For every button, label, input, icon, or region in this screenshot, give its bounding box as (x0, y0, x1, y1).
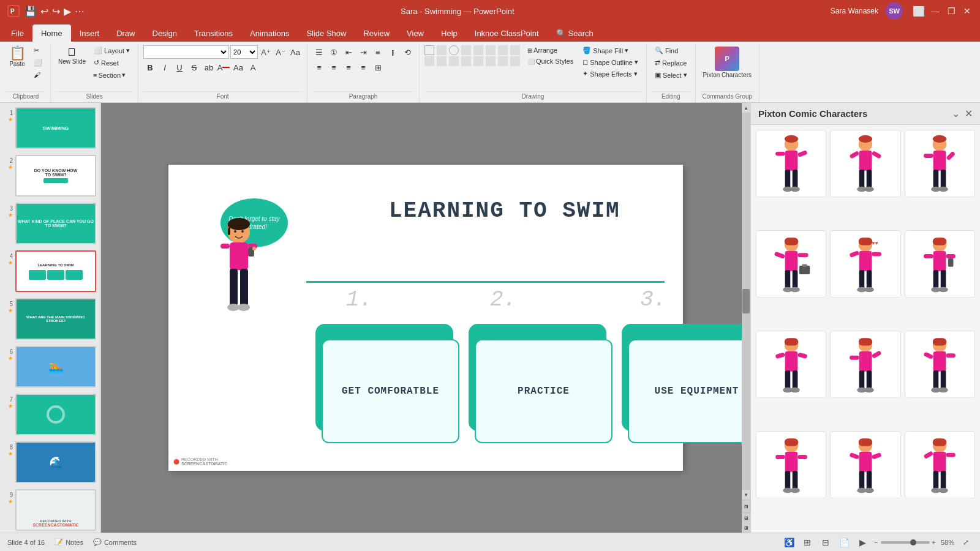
tab-search[interactable]: 🔍 Search (548, 24, 602, 42)
quick-styles-button[interactable]: ⬜ Quick Styles (525, 56, 576, 66)
underline-button[interactable]: U (173, 61, 186, 74)
tab-help[interactable]: Help (432, 24, 466, 42)
grow-font-button[interactable]: A⁺ (259, 45, 273, 59)
font-size-select[interactable]: 20 (230, 45, 258, 59)
slide-thumb-5[interactable]: 5 ★ WHAT ARE THE MAIN SWIMMING STROKES? (3, 297, 97, 341)
zoom-in-icon[interactable]: + (932, 539, 936, 546)
format-painter-button[interactable]: 🖌 (31, 70, 45, 80)
tab-design[interactable]: Design (144, 24, 186, 42)
pixton-button[interactable]: P Pixton Characters (701, 45, 754, 80)
strikethrough-button[interactable]: S (187, 61, 201, 74)
pixton-char-9[interactable] (905, 331, 975, 398)
decrease-indent-button[interactable]: ⇤ (342, 45, 355, 59)
tab-view[interactable]: View (398, 24, 432, 42)
undo-icon[interactable]: ↩ (40, 6, 48, 17)
slide-thumb-7[interactable]: 7 ★ (3, 392, 97, 437)
copy-button[interactable]: ⬜ (31, 58, 45, 68)
normal-view-button[interactable]: ⊞ (801, 536, 814, 549)
shrink-font-button[interactable]: A⁻ (274, 45, 287, 59)
shape-5[interactable] (461, 56, 471, 66)
italic-button[interactable]: I (158, 61, 172, 74)
tab-home[interactable]: Home (32, 24, 71, 42)
maximize-button[interactable]: ❐ (946, 6, 957, 17)
tab-transitions[interactable]: Transitions (186, 24, 241, 42)
window-icon[interactable]: ⬜ (913, 6, 925, 17)
cut-button[interactable]: ✂ (31, 45, 45, 56)
layout-button[interactable]: ⬜ Layout ▾ (91, 45, 133, 56)
shape-9[interactable] (510, 56, 520, 66)
zoom-slider[interactable] (881, 541, 930, 544)
tab-review[interactable]: Review (355, 24, 398, 42)
reading-view-button[interactable]: 📄 (837, 536, 851, 549)
minimize-button[interactable]: — (930, 6, 941, 17)
scroll-extra-1[interactable]: ⊟ (742, 513, 750, 523)
paste-button[interactable]: 📋 Paste (6, 45, 28, 69)
text-direction-button[interactable]: ⟲ (401, 45, 414, 59)
shape-more[interactable] (510, 45, 520, 55)
shape-3[interactable] (437, 56, 447, 66)
tab-draw[interactable]: Draw (108, 24, 143, 42)
shape-outline-button[interactable]: ◻ Shape Outline ▾ (579, 57, 641, 67)
tab-insert[interactable]: Insert (71, 24, 108, 42)
highlight-button[interactable]: Aa (232, 61, 245, 74)
slide-thumb-6[interactable]: 6 ★ 🏊 (3, 345, 97, 389)
pixton-char-12[interactable] (905, 431, 975, 498)
shape-arrow[interactable] (473, 45, 483, 55)
zoom-out-icon[interactable]: − (874, 539, 878, 546)
new-slide-button[interactable]: 🗌 New Slide (56, 45, 88, 66)
change-case-button[interactable]: Aa (288, 45, 302, 59)
shadow-button[interactable]: ab (202, 61, 216, 74)
user-avatar[interactable]: SW (886, 2, 903, 20)
align-left-button[interactable]: ≡ (312, 61, 326, 74)
increase-indent-button[interactable]: ⇥ (356, 45, 370, 59)
shape-star[interactable] (486, 45, 496, 55)
reset-button[interactable]: ↺ Reset (91, 58, 133, 68)
pixton-char-7[interactable] (756, 331, 826, 398)
tab-inknoe[interactable]: Inknoe ClassPoint (466, 24, 548, 42)
shape-8[interactable] (498, 56, 508, 66)
bullets-button[interactable]: ☰ (312, 45, 326, 59)
pixton-char-10[interactable] (756, 431, 826, 498)
slide-thumb-2[interactable]: 2 ★ DO YOU KNOW HOWTO SWIM? (3, 154, 97, 198)
shape-rect[interactable] (424, 45, 434, 55)
replace-button[interactable]: ⇄ Replace (652, 58, 690, 68)
canvas-scrollbar-right[interactable]: ▲ ▼ ⊡ ⊟ ⊞ (742, 103, 750, 533)
accessibility-button[interactable]: ♿ (782, 536, 796, 549)
more-icon[interactable]: ⋯ (75, 6, 85, 17)
tab-slideshow[interactable]: Slide Show (298, 24, 355, 42)
scroll-down-button[interactable]: ▼ (742, 490, 750, 500)
pixton-char-3[interactable] (905, 130, 975, 197)
font-color-button[interactable]: A (217, 61, 230, 74)
select-button[interactable]: ▣ Select ▾ (652, 70, 690, 80)
smart-art-button[interactable]: ⊞ (371, 61, 385, 74)
shape-6[interactable] (473, 56, 483, 66)
redo-icon[interactable]: ↪ (52, 6, 60, 17)
save-icon[interactable]: 💾 (24, 6, 37, 17)
slide-sorter-button[interactable]: ⊟ (819, 536, 832, 549)
pixton-dropdown-button[interactable]: ⌄ (952, 108, 960, 119)
slide-thumb-4[interactable]: 4 ★ LEARNING TO SWIM (3, 249, 97, 293)
line-spacing-button[interactable]: ≡ (371, 45, 385, 59)
tab-animations[interactable]: Animations (241, 24, 298, 42)
slide-thumb-8[interactable]: 8 ★ 🌊 (3, 440, 97, 484)
pixton-char-4[interactable] (756, 230, 826, 298)
shape-effects-button[interactable]: ✦ Shape Effects ▾ (579, 69, 641, 79)
comments-button[interactable]: 💬 Comments (93, 538, 137, 546)
pixton-char-2[interactable] (830, 130, 900, 197)
justify-button[interactable]: ≡ (356, 61, 370, 74)
numbering-button[interactable]: ① (327, 45, 341, 59)
shape-4[interactable] (449, 56, 459, 66)
fit-slide-button[interactable]: ⤢ (959, 536, 973, 549)
clear-format-button[interactable]: A (246, 61, 260, 74)
shape-ellipse[interactable] (449, 45, 459, 55)
shape-tri[interactable] (461, 45, 471, 55)
notes-button[interactable]: 📝 Notes (55, 538, 83, 546)
align-right-button[interactable]: ≡ (342, 61, 355, 74)
bold-button[interactable]: B (143, 61, 157, 74)
tab-file[interactable]: File (2, 24, 32, 42)
close-button[interactable]: ✕ (962, 6, 973, 17)
slide-thumb-3[interactable]: 3 ★ WHAT KIND OF PLACE CAN YOU GO TO SWI… (3, 201, 97, 246)
fit-page-button[interactable]: ⊡ (742, 500, 750, 513)
shape-7[interactable] (486, 56, 496, 66)
section-button[interactable]: ≡ Section ▾ (91, 70, 133, 80)
